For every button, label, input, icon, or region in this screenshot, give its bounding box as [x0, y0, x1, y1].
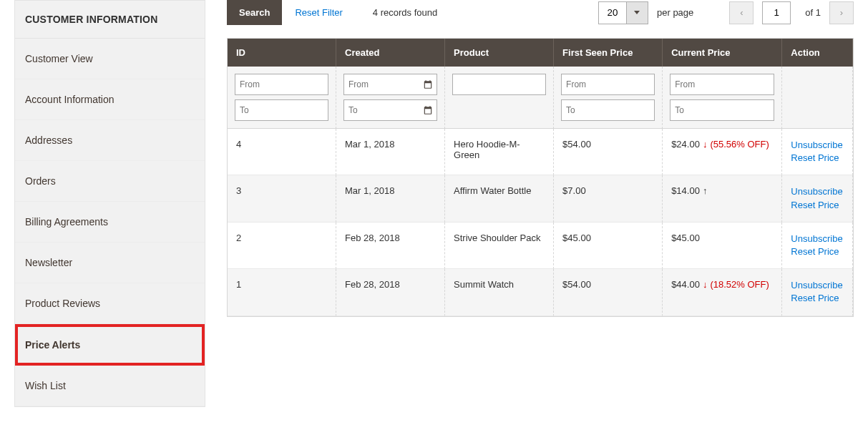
- col-header-action: Action: [782, 39, 853, 67]
- reset-price-link[interactable]: Reset Price: [791, 152, 844, 165]
- main-content: Search Reset Filter 4 records found per …: [205, 0, 854, 407]
- col-header-id[interactable]: ID: [228, 39, 336, 67]
- cell-id: 1: [228, 269, 336, 316]
- sidebar-item-orders[interactable]: Orders: [15, 161, 205, 202]
- col-header-created[interactable]: Created: [336, 39, 445, 67]
- filter-id-to[interactable]: [235, 99, 328, 121]
- pager-next-button[interactable]: ›: [829, 1, 854, 24]
- cell-current: $45.00: [663, 223, 782, 269]
- cell-created: Feb 28, 2018: [336, 269, 445, 316]
- reset-price-link[interactable]: Reset Price: [791, 292, 844, 305]
- cell-product: Summit Watch: [445, 269, 554, 316]
- filter-first-seen-to[interactable]: [561, 99, 655, 121]
- unsubscribe-link[interactable]: Unsubscribe: [791, 139, 844, 152]
- cell-created: Mar 1, 2018: [336, 129, 445, 175]
- sidebar-item-addresses[interactable]: Addresses: [15, 120, 205, 161]
- discount-label: (18.52% OFF): [710, 279, 769, 290]
- per-page-label: per page: [657, 7, 693, 18]
- cell-product: Strive Shoulder Pack: [445, 223, 554, 269]
- page-size-control: [598, 1, 648, 24]
- cell-current: $24.00↓(55.56% OFF): [663, 129, 782, 175]
- sidebar: CUSTOMER INFORMATION Customer View Accou…: [14, 0, 205, 407]
- discount-label: (55.56% OFF): [710, 139, 769, 150]
- col-header-product[interactable]: Product: [445, 39, 554, 67]
- cell-first-seen: $54.00: [554, 129, 663, 175]
- unsubscribe-link[interactable]: Unsubscribe: [791, 279, 844, 292]
- records-found-label: 4 records found: [373, 7, 437, 18]
- cell-id: 4: [228, 129, 336, 175]
- page-size-dropdown-button[interactable]: [627, 1, 648, 24]
- cell-created: Feb 28, 2018: [336, 223, 445, 269]
- sidebar-title: CUSTOMER INFORMATION: [15, 1, 205, 39]
- cell-first-seen: $54.00: [554, 269, 663, 316]
- pager-total-label: of 1: [805, 7, 821, 18]
- filter-current-to[interactable]: [670, 99, 774, 121]
- reset-filter-link[interactable]: Reset Filter: [295, 7, 342, 18]
- sidebar-item-product-reviews[interactable]: Product Reviews: [15, 283, 205, 324]
- col-header-first-seen-price[interactable]: First Seen Price: [554, 39, 663, 67]
- chevron-left-icon: ‹: [740, 7, 743, 18]
- grid-toolbar: Search Reset Filter 4 records found per …: [227, 0, 854, 25]
- price-alerts-grid: ID Created Product First Seen Price Curr…: [227, 38, 854, 317]
- cell-id: 3: [228, 175, 336, 222]
- cell-current: $14.00↑: [663, 175, 782, 222]
- cell-created: Mar 1, 2018: [336, 175, 445, 222]
- table-row: 3 Mar 1, 2018 Affirm Water Bottle $7.00 …: [228, 175, 853, 222]
- table-row: 4 Mar 1, 2018 Hero Hoodie-M-Green $54.00…: [228, 129, 853, 175]
- arrow-up-icon: ↑: [703, 185, 708, 196]
- col-header-current-price[interactable]: Current Price: [663, 39, 782, 67]
- chevron-right-icon: ›: [840, 7, 843, 18]
- page-size-input[interactable]: [598, 1, 627, 24]
- reset-price-link[interactable]: Reset Price: [791, 199, 844, 212]
- pager-current-input[interactable]: [762, 1, 791, 24]
- table-row: 1 Feb 28, 2018 Summit Watch $54.00 $44.0…: [228, 269, 853, 316]
- arrow-down-icon: ↓: [703, 139, 708, 150]
- reset-price-link[interactable]: Reset Price: [791, 245, 844, 258]
- sidebar-item-account-information[interactable]: Account Information: [15, 79, 205, 120]
- unsubscribe-link[interactable]: Unsubscribe: [791, 185, 844, 198]
- unsubscribe-link[interactable]: Unsubscribe: [791, 233, 844, 245]
- sidebar-item-newsletter[interactable]: Newsletter: [15, 243, 205, 283]
- arrow-down-icon: ↓: [703, 279, 708, 290]
- search-button[interactable]: Search: [227, 0, 282, 25]
- cell-id: 2: [228, 223, 336, 269]
- cell-current: $44.00↓(18.52% OFF): [663, 269, 782, 316]
- sidebar-item-wish-list[interactable]: Wish List: [15, 366, 205, 406]
- table-row: 2 Feb 28, 2018 Strive Shoulder Pack $45.…: [228, 223, 853, 269]
- cell-first-seen: $45.00: [554, 223, 663, 269]
- cell-first-seen: $7.00: [554, 175, 663, 222]
- pager-prev-button[interactable]: ‹: [729, 1, 754, 24]
- sidebar-item-billing-agreements[interactable]: Billing Agreements: [15, 202, 205, 243]
- cell-product: Hero Hoodie-M-Green: [445, 129, 554, 175]
- chevron-down-icon: [634, 11, 640, 14]
- filter-product[interactable]: [452, 74, 546, 95]
- filter-row: [228, 67, 853, 129]
- sidebar-item-price-alerts[interactable]: Price Alerts: [15, 324, 205, 366]
- filter-first-seen-from[interactable]: [561, 74, 655, 95]
- pager: ‹ of 1 ›: [729, 1, 854, 24]
- filter-id-from[interactable]: [235, 74, 328, 95]
- cell-product: Affirm Water Bottle: [445, 175, 554, 222]
- filter-created-from[interactable]: [343, 74, 437, 95]
- filter-current-from[interactable]: [670, 74, 774, 95]
- sidebar-item-customer-view[interactable]: Customer View: [15, 39, 205, 79]
- filter-created-to[interactable]: [343, 99, 437, 121]
